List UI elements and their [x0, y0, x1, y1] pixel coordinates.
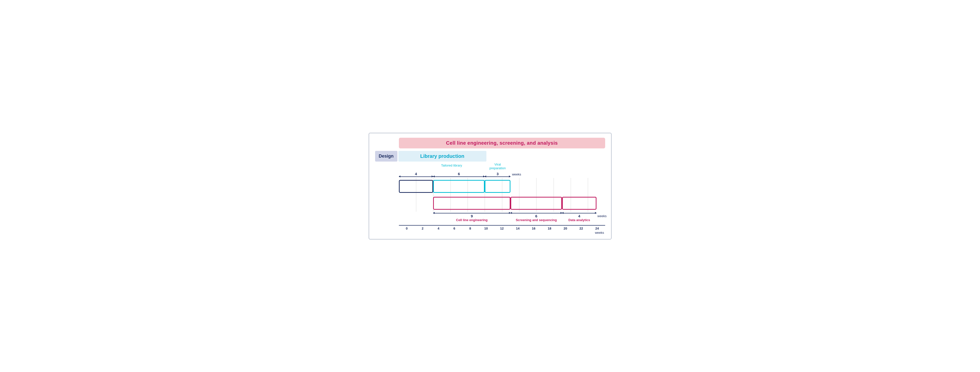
bracket-9: 9 — [433, 212, 511, 218]
xaxis-tick-14: 14 — [510, 227, 526, 230]
xaxis-tick-10: 10 — [478, 227, 494, 230]
duration-9: 9 — [471, 214, 473, 218]
xaxis: 0 2 4 6 8 10 12 14 16 18 20 22 24 — [399, 225, 605, 230]
design-label: Design — [379, 153, 393, 159]
duration-4-top: 4 — [415, 172, 417, 176]
top-bars-row — [399, 178, 605, 195]
duration-6-top: 6 — [458, 172, 460, 176]
top-banner: Cell line engineering, screening, and an… — [399, 138, 605, 148]
xaxis-tick-12: 12 — [494, 227, 510, 230]
row1: Design Library production — [375, 151, 605, 161]
chart-container: Cell line engineering, screening, and an… — [369, 133, 612, 239]
bracket-3-top: 3 — [485, 172, 511, 178]
gantt-area: 4 6 3 — [375, 172, 605, 235]
xaxis-tick-24: 24 — [589, 227, 605, 230]
design-bar — [399, 180, 433, 193]
data-analytics-label: Data analytics — [562, 218, 597, 222]
weeks-label-bottom: weeks — [597, 214, 607, 218]
bracket-4: 4 — [399, 172, 433, 178]
data-analytics-bar — [562, 197, 597, 210]
top-banner-title: Cell line engineering, screening, and an… — [446, 140, 558, 146]
viral-preparation-label: Viral preparation — [487, 163, 509, 170]
xaxis-tick-0: 0 — [399, 227, 415, 230]
viral-preparation-bar — [485, 180, 511, 193]
cell-line-bar — [433, 197, 511, 210]
xaxis-tick-18: 18 — [542, 227, 558, 230]
xaxis-ticks: 0 2 4 6 8 10 12 14 16 18 20 22 24 — [399, 225, 605, 230]
xaxis-tick-6: 6 — [447, 227, 462, 230]
xaxis-tick-20: 20 — [558, 227, 573, 230]
cell-line-label: Cell line engineering — [433, 218, 511, 222]
library-production-label: Library production — [420, 153, 465, 159]
library-production-banner: Library production — [398, 151, 487, 161]
xaxis-tick-2: 2 — [415, 227, 431, 230]
duration-3-top: 3 — [496, 172, 498, 176]
duration-row-bottom: 9 6 4 — [399, 212, 605, 218]
sublabels-area: Tailored library Viral preparation — [399, 163, 605, 172]
duration-6-bottom: 6 — [535, 214, 537, 218]
process-labels-row: Cell line engineering Screening and sequ… — [399, 218, 605, 224]
design-label-box: Design — [375, 151, 398, 161]
bottom-bars-row — [399, 195, 605, 212]
bracket-6-bottom: 6 — [511, 212, 562, 218]
bracket-4-bottom: 4 — [562, 212, 597, 218]
tailored-library-label: Tailored library — [441, 164, 463, 168]
xaxis-tick-22: 22 — [573, 227, 589, 230]
xaxis-tick-16: 16 — [526, 227, 542, 230]
screening-label: Screening and sequencing — [511, 218, 562, 222]
weeks-label-top: weeks — [512, 172, 521, 176]
tailored-library-bar — [433, 180, 485, 193]
xaxis-tick-8: 8 — [462, 227, 478, 230]
duration-4-bottom: 4 — [578, 214, 580, 218]
bracket-6-top: 6 — [433, 172, 485, 178]
xaxis-tick-4: 4 — [431, 227, 447, 230]
xaxis-weeks-label-row: weeks — [375, 231, 605, 235]
xaxis-weeks-label: weeks — [595, 231, 604, 235]
duration-row-top: 4 6 3 — [399, 172, 605, 178]
screening-bar — [511, 197, 562, 210]
